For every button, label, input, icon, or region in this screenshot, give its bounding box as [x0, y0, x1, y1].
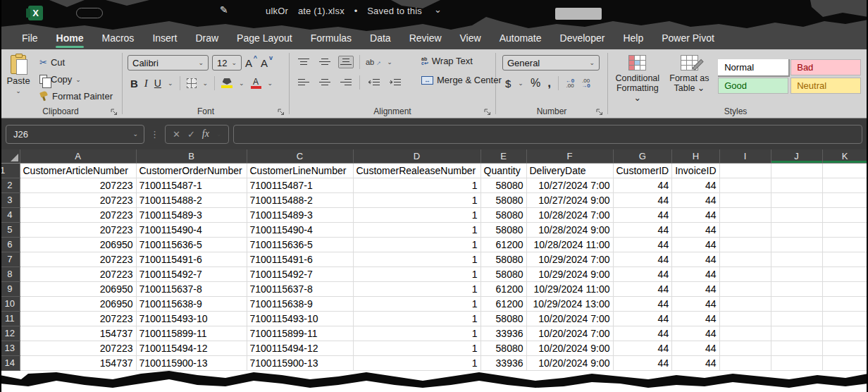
- menu-tab-power-pivot[interactable]: Power Pivot: [652, 30, 724, 48]
- cell-K14[interactable]: [822, 355, 867, 370]
- cell-G8[interactable]: 44: [613, 267, 672, 281]
- column-header-E[interactable]: E: [480, 149, 526, 163]
- cell-C4[interactable]: 7100115489-3: [247, 207, 353, 222]
- menu-tab-file[interactable]: File: [13, 30, 47, 48]
- borders-button[interactable]: [187, 78, 197, 88]
- currency-button[interactable]: $: [505, 78, 511, 90]
- cell-H1[interactable]: InvoiceID: [672, 163, 719, 178]
- cell-K4[interactable]: [822, 207, 867, 222]
- menu-tab-home[interactable]: Home: [47, 30, 93, 48]
- column-header-F[interactable]: F: [526, 149, 613, 163]
- row-header-13[interactable]: 13: [0, 341, 20, 355]
- menu-tab-review[interactable]: Review: [400, 30, 451, 48]
- cell-C12[interactable]: 7100115899-11: [247, 326, 353, 341]
- decrease-decimal-button[interactable]: .00→0: [581, 78, 590, 88]
- cell-B6[interactable]: 7100115636-5: [136, 237, 247, 252]
- cell-A13[interactable]: 207223: [20, 341, 136, 355]
- menu-tab-view[interactable]: View: [451, 30, 490, 48]
- cell-I5[interactable]: [719, 222, 771, 237]
- cell-G1[interactable]: CustomerID: [613, 163, 672, 178]
- cell-G9[interactable]: 44: [613, 281, 672, 296]
- cell-K13[interactable]: [822, 341, 867, 355]
- cell-A11[interactable]: 207223: [20, 311, 136, 326]
- cell-C3[interactable]: 7100115488-2: [247, 192, 353, 207]
- cell-I3[interactable]: [719, 192, 771, 207]
- cell-I10[interactable]: [719, 296, 771, 311]
- cell-D1[interactable]: CustomerRealeaseNumber: [353, 163, 480, 178]
- column-header-D[interactable]: D: [353, 149, 480, 163]
- column-header-A[interactable]: A: [20, 149, 136, 163]
- bold-button[interactable]: B: [130, 78, 138, 90]
- cell-F10[interactable]: 10/29/2024 13:00: [526, 296, 613, 311]
- menu-tab-developer[interactable]: Developer: [551, 30, 614, 48]
- font-size-select[interactable]: 12 ⌄: [212, 55, 242, 71]
- decrease-font-button[interactable]: Av: [261, 57, 273, 69]
- cell-B14[interactable]: 7100115900-13: [136, 355, 247, 370]
- cell-C1[interactable]: CustomerLineNumber: [247, 163, 353, 178]
- cell-E1[interactable]: Quantity: [480, 163, 526, 178]
- cell-H12[interactable]: 44: [672, 326, 719, 341]
- align-right-button[interactable]: [338, 76, 354, 89]
- cell-G2[interactable]: 44: [613, 178, 672, 192]
- format-painter-button[interactable]: Format Painter: [37, 90, 116, 102]
- cell-G11[interactable]: 44: [613, 311, 672, 326]
- cell-style-bad[interactable]: Bad: [790, 59, 861, 75]
- align-left-button[interactable]: [296, 76, 311, 89]
- cell-H2[interactable]: 44: [672, 178, 719, 192]
- cell-F14[interactable]: 10/20/2024 9:00: [526, 355, 613, 370]
- paste-button[interactable]: Paste ⌄: [0, 55, 37, 104]
- cell-H7[interactable]: 44: [672, 252, 719, 267]
- cell-A5[interactable]: 207223: [20, 222, 136, 237]
- cell-H8[interactable]: 44: [672, 267, 719, 281]
- cell-H13[interactable]: 44: [672, 341, 719, 355]
- formula-input[interactable]: [233, 125, 862, 144]
- column-header-K[interactable]: K: [822, 149, 867, 163]
- cell-E9[interactable]: 61200: [480, 281, 526, 296]
- cell-H14[interactable]: 44: [672, 355, 719, 370]
- cell-G13[interactable]: 44: [613, 341, 672, 355]
- cell-G10[interactable]: 44: [613, 296, 672, 311]
- cell-D2[interactable]: 1: [353, 178, 480, 192]
- cell-K2[interactable]: [822, 178, 867, 192]
- chevron-down-icon[interactable]: ⌄: [518, 80, 523, 87]
- row-header-6[interactable]: 6: [0, 237, 20, 252]
- cell-E5[interactable]: 58080: [480, 222, 526, 237]
- cell-J10[interactable]: [771, 296, 822, 311]
- cell-F6[interactable]: 10/28/2024 11:00: [526, 237, 613, 252]
- alignment-dialog-launcher-icon[interactable]: [484, 109, 491, 116]
- chevron-down-icon[interactable]: ⌄: [239, 80, 244, 87]
- cell-style-normal[interactable]: Normal: [718, 59, 788, 75]
- cell-B9[interactable]: 7100115637-8: [136, 281, 247, 296]
- increase-decimal-button[interactable]: ←0.00: [566, 78, 574, 88]
- cell-C11[interactable]: 7100115493-10: [247, 311, 353, 326]
- number-dialog-launcher-icon[interactable]: [596, 109, 603, 116]
- row-header-9[interactable]: 9: [0, 281, 20, 296]
- menu-tab-insert[interactable]: Insert: [143, 30, 186, 48]
- cell-H9[interactable]: 44: [672, 281, 719, 296]
- excel-logo-icon[interactable]: X: [28, 6, 43, 20]
- cell-A7[interactable]: 207223: [20, 252, 136, 267]
- cell-E2[interactable]: 58080: [480, 178, 526, 192]
- cell-I14[interactable]: [719, 355, 771, 370]
- row-header-1[interactable]: 1: [0, 163, 20, 178]
- cell-J9[interactable]: [771, 281, 822, 296]
- align-top-button[interactable]: [296, 56, 311, 68]
- cell-style-good[interactable]: Good: [718, 78, 788, 94]
- cell-F5[interactable]: 10/28/2024 9:00: [526, 222, 613, 237]
- orientation-button[interactable]: ab→: [366, 58, 381, 66]
- cell-D8[interactable]: 1: [353, 267, 480, 281]
- cell-B13[interactable]: 7100115494-12: [136, 341, 247, 355]
- row-header-7[interactable]: 7: [0, 252, 20, 267]
- cell-C14[interactable]: 7100115900-13: [247, 355, 353, 370]
- name-box[interactable]: J26 ⌄: [6, 125, 144, 144]
- comma-button[interactable]: ,: [547, 80, 551, 87]
- cell-H10[interactable]: 44: [672, 296, 719, 311]
- cell-K5[interactable]: [822, 222, 867, 237]
- cell-J2[interactable]: [771, 178, 822, 192]
- underline-button[interactable]: U: [154, 78, 161, 89]
- row-header-8[interactable]: 8: [0, 267, 20, 281]
- cell-D10[interactable]: 1: [353, 296, 480, 311]
- cell-A3[interactable]: 207223: [20, 192, 136, 207]
- cell-I7[interactable]: [719, 252, 771, 267]
- cell-I8[interactable]: [719, 267, 771, 281]
